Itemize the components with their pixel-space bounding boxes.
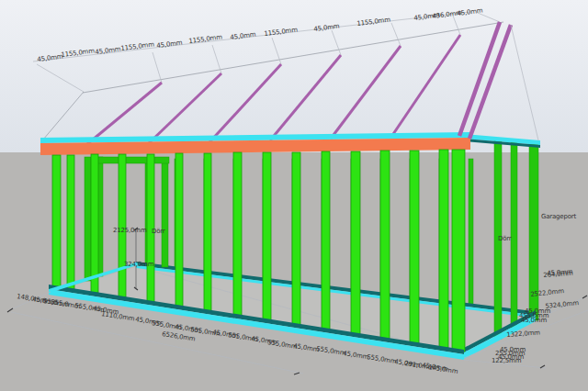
door-header (97, 157, 169, 163)
model-viewport[interactable]: 45,0mm1155,0mm45,0mm1155,0mm45,0mm1155,0… (0, 0, 588, 391)
front-right-corner-stud (452, 150, 465, 352)
framing-model-drawing (0, 0, 588, 391)
